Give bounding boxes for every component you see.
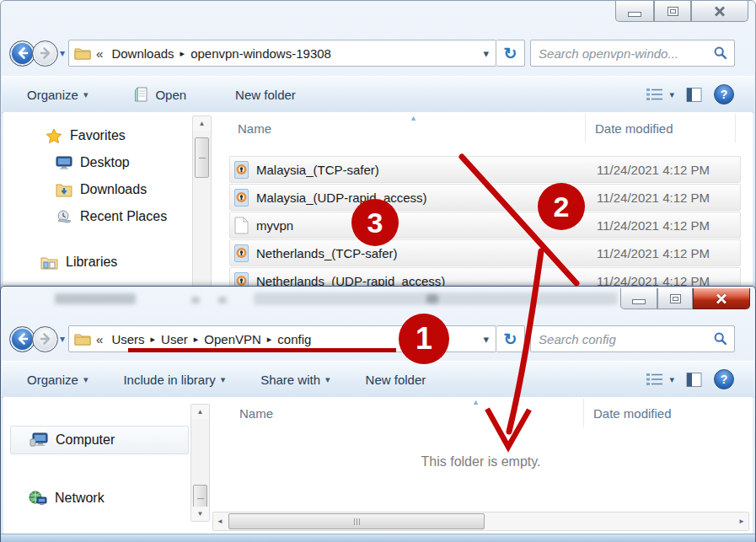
scroll-down-button[interactable]: ▼ xyxy=(191,507,209,521)
star-icon xyxy=(46,128,62,144)
ovpn-file-icon xyxy=(234,161,249,179)
caret-down-icon: ▾ xyxy=(83,374,88,385)
column-divider[interactable] xyxy=(583,399,584,427)
column-divider[interactable] xyxy=(585,114,586,142)
breadcrumb-users[interactable]: Users xyxy=(111,332,144,346)
recent-pages-caret[interactable]: ▾ xyxy=(60,333,65,345)
breadcrumb-user[interactable]: User xyxy=(161,332,188,346)
close-button[interactable] xyxy=(693,288,750,309)
help-icon: ? xyxy=(721,373,728,386)
sidebar-item-network[interactable]: Network xyxy=(29,485,189,512)
explorer-main: Favorites Desktop Downloads xyxy=(3,112,753,293)
minimize-icon xyxy=(632,299,646,304)
arrow-left-icon: ◄ xyxy=(217,518,223,525)
address-bar[interactable]: « Users ▸ User ▸ OpenVPN ▸ config ▾ xyxy=(68,325,496,352)
column-header-date[interactable]: Date modified xyxy=(593,406,672,421)
open-button[interactable]: Open xyxy=(133,86,186,103)
file-row-netherlands-tcp[interactable]: Netherlands_(TCP-safer) 11/24/2021 4:12 … xyxy=(229,239,741,266)
column-header-name[interactable]: Name xyxy=(239,406,273,421)
minimize-button[interactable] xyxy=(620,288,657,309)
column-header-date[interactable]: Date modified xyxy=(595,121,673,136)
command-toolbar: Organize▾ Include in library▾ Share with… xyxy=(2,361,754,398)
search-box[interactable]: Search config xyxy=(530,325,735,352)
forward-button[interactable] xyxy=(32,326,58,352)
window-controls xyxy=(615,1,748,22)
sidebar-item-recent-places[interactable]: Recent Places xyxy=(3,203,190,230)
preview-pane-button[interactable] xyxy=(686,372,702,388)
sidebar-scrollbar[interactable]: ▲ xyxy=(192,115,212,293)
maximize-button[interactable] xyxy=(654,1,691,22)
file-date: 11/24/2021 4:12 PM xyxy=(597,218,710,233)
sidebar-item-downloads[interactable]: Downloads xyxy=(3,176,190,203)
navigation-pane: Computer Network xyxy=(3,397,189,534)
caret-down-icon: ▾ xyxy=(221,374,226,385)
sidebar-item-libraries[interactable]: Libraries xyxy=(3,249,190,276)
refresh-icon: ↻ xyxy=(504,44,517,63)
column-header-name[interactable]: Name xyxy=(238,121,271,136)
refresh-icon: ↻ xyxy=(504,330,517,349)
breadcrumb-config[interactable]: config xyxy=(277,332,311,346)
blurred-background-window xyxy=(191,297,200,303)
close-icon xyxy=(715,292,728,305)
scroll-up-button[interactable]: ▲ xyxy=(193,116,211,131)
file-row-malaysia-tcp[interactable]: Malaysia_(TCP-safer) 11/24/2021 4:12 PM xyxy=(229,156,741,183)
list-view-icon xyxy=(646,87,664,102)
recent-places-icon xyxy=(56,209,72,224)
help-button[interactable]: ? xyxy=(714,84,734,105)
breadcrumb-openvpn-windows[interactable]: openvpn-windows-19308 xyxy=(190,46,331,61)
search-input[interactable]: Search config xyxy=(531,332,713,346)
scrollbar-thumb[interactable] xyxy=(228,513,485,529)
refresh-button[interactable]: ↻ xyxy=(496,325,525,352)
file-list-pane: ▲ Name Date modified This folder is empt… xyxy=(209,397,753,534)
minimize-button[interactable] xyxy=(615,1,654,22)
column-divider[interactable] xyxy=(735,114,736,142)
recent-pages-caret[interactable]: ▾ xyxy=(60,47,65,59)
maximize-icon xyxy=(668,7,678,16)
address-row: ▾ « Users ▸ User ▸ OpenVPN ▸ config ▾ ↻ … xyxy=(9,325,745,352)
include-in-library-button[interactable]: Include in library▾ xyxy=(123,373,225,387)
horizontal-scrollbar[interactable]: ◄ ► xyxy=(212,512,749,531)
scrollbar-thumb[interactable] xyxy=(195,137,209,178)
change-view-button[interactable]: ▾ xyxy=(646,87,674,102)
navigation-pane: Favorites Desktop Downloads xyxy=(3,112,190,293)
file-row-malaysia-udp[interactable]: Malaysia_(UDP-rapid_access) 11/24/2021 4… xyxy=(229,184,741,211)
column-headers: ▲ Name Date modified xyxy=(211,112,753,146)
preview-pane-button[interactable] xyxy=(686,87,702,103)
forward-button[interactable] xyxy=(32,40,58,67)
file-date: 11/24/2021 4:12 PM xyxy=(597,163,710,177)
search-box[interactable]: Search openvpn-windo... xyxy=(530,40,735,67)
file-rows: Malaysia_(TCP-safer) 11/24/2021 4:12 PM … xyxy=(229,156,741,293)
address-row: ▾ « Downloads ▸ openvpn-windows-19308 ▾ … xyxy=(9,40,745,67)
address-history-caret[interactable]: ▾ xyxy=(484,47,490,60)
search-icon[interactable] xyxy=(713,331,728,346)
share-with-button[interactable]: Share with▾ xyxy=(260,373,330,387)
breadcrumb-overflow[interactable]: « xyxy=(96,46,103,61)
organize-button[interactable]: Organize▾ xyxy=(27,373,88,387)
new-folder-button[interactable]: New folder xyxy=(235,88,296,102)
sidebar-item-desktop[interactable]: Desktop xyxy=(3,149,190,176)
address-bar[interactable]: « Downloads ▸ openvpn-windows-19308 ▾ xyxy=(68,40,496,67)
help-button[interactable]: ? xyxy=(714,369,734,389)
address-history-caret[interactable]: ▾ xyxy=(484,333,490,346)
close-button[interactable] xyxy=(691,1,748,22)
breadcrumb-downloads[interactable]: Downloads xyxy=(111,46,174,61)
scroll-right-button[interactable]: ► xyxy=(735,512,748,530)
scroll-up-button[interactable]: ▲ xyxy=(191,405,209,419)
refresh-button[interactable]: ↻ xyxy=(496,40,525,67)
sidebar-item-computer[interactable]: Computer xyxy=(10,426,189,454)
blurred-background-window xyxy=(55,293,136,304)
new-folder-button[interactable]: New folder xyxy=(366,373,426,387)
breadcrumb-overflow[interactable]: « xyxy=(96,332,103,346)
search-input[interactable]: Search openvpn-windo... xyxy=(531,46,713,61)
sidebar-scrollbar[interactable]: ▲ ▼ xyxy=(190,404,210,522)
sidebar-item-favorites[interactable]: Favorites xyxy=(3,122,190,149)
maximize-button[interactable] xyxy=(657,288,693,309)
breadcrumb-openvpn[interactable]: OpenVPN xyxy=(204,332,261,346)
organize-button[interactable]: Organize▾ xyxy=(27,88,88,102)
file-row-myvpn[interactable]: myvpn 11/24/2021 4:12 PM xyxy=(229,212,741,239)
scroll-left-button[interactable]: ◄ xyxy=(213,512,227,530)
search-icon[interactable] xyxy=(713,46,728,61)
column-headers: ▲ Name Date modified xyxy=(209,397,753,431)
blurred-background-window xyxy=(426,294,438,303)
change-view-button[interactable]: ▾ xyxy=(646,372,674,387)
